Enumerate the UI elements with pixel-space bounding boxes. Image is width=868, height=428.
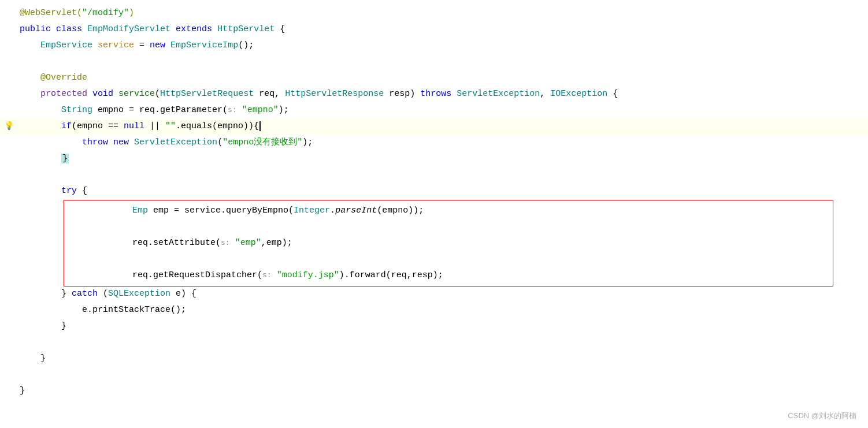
closing-brace: } <box>61 154 69 163</box>
code-line-10: } <box>0 151 868 168</box>
code-line-5: @Override <box>0 70 868 87</box>
content-3: EmpService service = new EmpServiceImp()… <box>17 39 868 53</box>
content-5: @Override <box>17 71 868 85</box>
code-line-17: } <box>0 351 868 367</box>
annotation-webservlet: @WebServlet("/modify") <box>20 8 134 18</box>
code-line-8: 💡 if(empno == null || "".equals(empno)){ <box>0 119 868 135</box>
code-line-12: try { <box>0 184 868 200</box>
code-line-9: throw new ServletException("empno没有接收到")… <box>0 135 868 151</box>
code-line-14: e.printStackTrace(); <box>0 303 868 319</box>
content-12: try { <box>17 184 868 198</box>
code-line-3: EmpService service = new EmpServiceImp()… <box>0 38 868 54</box>
code-line-6: protected void service(HttpServletReques… <box>0 87 868 103</box>
annotation-override: @Override <box>40 73 87 83</box>
try-line-5: req.getRequestDispatcher(s: "modify.jsp"… <box>70 267 827 284</box>
code-line-4 <box>0 54 868 70</box>
try-line-2 <box>70 219 827 235</box>
content-13: } catch (SQLException e) { <box>17 287 868 301</box>
code-editor: @WebServlet("/modify") public class EmpM… <box>0 0 868 405</box>
content-6: protected void service(HttpServletReques… <box>17 87 868 101</box>
content-4 <box>17 55 868 69</box>
content-14: e.printStackTrace(); <box>17 303 868 317</box>
content-9: throw new ServletException("empno没有接收到")… <box>17 136 868 150</box>
code-line-15: } <box>0 319 868 335</box>
content-16 <box>17 336 868 349</box>
try-line-4 <box>70 251 827 267</box>
watermark: CSDN @刘水的阿楠 <box>788 410 856 422</box>
content-17: } <box>17 352 868 366</box>
content-18 <box>17 368 868 382</box>
content-15: } <box>17 319 868 333</box>
content-19: } <box>17 384 868 398</box>
code-line-16 <box>0 335 868 351</box>
try-line-3: req.setAttribute(s: "emp",emp); <box>70 235 827 251</box>
content-11 <box>17 168 868 182</box>
code-line-11 <box>0 168 868 184</box>
gutter-8: 💡 <box>0 120 17 132</box>
content-1: @WebServlet("/modify") <box>17 6 868 20</box>
try-block-container: Emp emp = service.queryByEmpno(Integer.p… <box>0 200 851 286</box>
content-8: if(empno == null || "".equals(empno)){ <box>17 120 868 133</box>
try-block: Emp emp = service.queryByEmpno(Integer.p… <box>64 200 833 286</box>
content-10: } <box>17 152 868 166</box>
code-line-19: } <box>0 384 868 400</box>
code-line-2: public class EmpModifyServlet extends Ht… <box>0 22 868 38</box>
content-7: String empno = req.getParameter(s: "empn… <box>17 103 868 117</box>
code-line-18 <box>0 367 868 384</box>
try-line-1: Emp emp = service.queryByEmpno(Integer.p… <box>70 203 827 219</box>
content-2: public class EmpModifyServlet extends Ht… <box>17 23 868 36</box>
code-line-13: } catch (SQLException e) { <box>0 286 868 303</box>
code-line-1: @WebServlet("/modify") <box>0 6 868 22</box>
code-line-7: String empno = req.getParameter(s: "empn… <box>0 103 868 119</box>
